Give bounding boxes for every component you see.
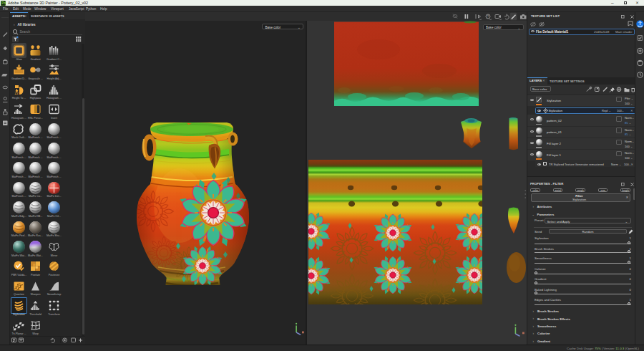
svg-text:23: 23 [15, 92, 19, 95]
svg-text:?: ? [487, 14, 489, 19]
